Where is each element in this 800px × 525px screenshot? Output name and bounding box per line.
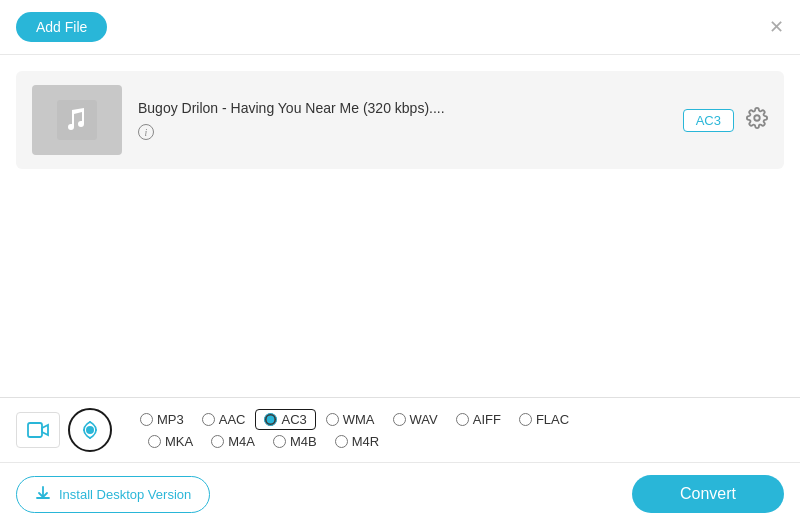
- radio-ac3[interactable]: [264, 413, 277, 426]
- svg-point-3: [86, 426, 94, 434]
- format-label-wav: WAV: [410, 412, 438, 427]
- action-bar: Install Desktop Version Convert: [0, 463, 800, 525]
- format-label-m4r: M4R: [352, 434, 379, 449]
- format-label-m4a: M4A: [228, 434, 255, 449]
- video-icon: [27, 421, 49, 439]
- format-label-m4b: M4B: [290, 434, 317, 449]
- formats-row-2: MKA M4A M4B M4R: [132, 432, 577, 451]
- formats-container: MP3 AAC AC3 WMA WAV: [132, 409, 577, 451]
- file-item: Bugoy Drilon - Having You Near Me (320 k…: [16, 71, 784, 169]
- format-label-aiff: AIFF: [473, 412, 501, 427]
- radio-wav[interactable]: [393, 413, 406, 426]
- top-bar: Add File ✕: [0, 0, 800, 55]
- format-label-ac3: AC3: [281, 412, 306, 427]
- format-option-flac[interactable]: FLAC: [511, 410, 577, 429]
- radio-wma[interactable]: [326, 413, 339, 426]
- convert-button[interactable]: Convert: [632, 475, 784, 513]
- tab-video[interactable]: [16, 412, 60, 448]
- add-file-button[interactable]: Add File: [16, 12, 107, 42]
- music-note-icon: [57, 100, 97, 140]
- format-option-m4r[interactable]: M4R: [327, 432, 387, 451]
- format-option-wav[interactable]: WAV: [385, 410, 446, 429]
- svg-rect-2: [28, 423, 42, 437]
- file-name: Bugoy Drilon - Having You Near Me (320 k…: [138, 100, 667, 116]
- install-label: Install Desktop Version: [59, 487, 191, 502]
- format-option-wma[interactable]: WMA: [318, 410, 383, 429]
- format-option-mp3[interactable]: MP3: [132, 410, 192, 429]
- radio-mka[interactable]: [148, 435, 161, 448]
- svg-rect-0: [57, 100, 97, 140]
- format-row: MP3 AAC AC3 WMA WAV: [0, 398, 800, 463]
- radio-m4a[interactable]: [211, 435, 224, 448]
- file-actions: AC3: [683, 107, 768, 134]
- file-info: Bugoy Drilon - Having You Near Me (320 k…: [138, 100, 667, 141]
- format-option-aac[interactable]: AAC: [194, 410, 254, 429]
- main-content: Bugoy Drilon - Having You Near Me (320 k…: [0, 55, 800, 395]
- format-option-m4a[interactable]: M4A: [203, 432, 263, 451]
- radio-m4b[interactable]: [273, 435, 286, 448]
- format-option-aiff[interactable]: AIFF: [448, 410, 509, 429]
- download-icon: [35, 485, 51, 504]
- radio-aiff[interactable]: [456, 413, 469, 426]
- format-label-wma: WMA: [343, 412, 375, 427]
- radio-aac[interactable]: [202, 413, 215, 426]
- format-label-flac: FLAC: [536, 412, 569, 427]
- info-icon[interactable]: i: [138, 124, 154, 140]
- tab-audio[interactable]: [68, 408, 112, 452]
- format-label-mka: MKA: [165, 434, 193, 449]
- format-option-ac3[interactable]: AC3: [255, 409, 315, 430]
- format-option-m4b[interactable]: M4B: [265, 432, 325, 451]
- format-label-aac: AAC: [219, 412, 246, 427]
- bottom-panel: MP3 AAC AC3 WMA WAV: [0, 397, 800, 525]
- formats-row-1: MP3 AAC AC3 WMA WAV: [132, 409, 577, 430]
- radio-flac[interactable]: [519, 413, 532, 426]
- audio-icon: [79, 419, 101, 441]
- format-badge[interactable]: AC3: [683, 109, 734, 132]
- settings-icon[interactable]: [746, 107, 768, 134]
- format-option-mka[interactable]: MKA: [140, 432, 201, 451]
- install-desktop-button[interactable]: Install Desktop Version: [16, 476, 210, 513]
- close-button[interactable]: ✕: [769, 18, 784, 36]
- file-thumbnail: [32, 85, 122, 155]
- radio-mp3[interactable]: [140, 413, 153, 426]
- format-label-mp3: MP3: [157, 412, 184, 427]
- radio-m4r[interactable]: [335, 435, 348, 448]
- svg-point-1: [754, 115, 760, 121]
